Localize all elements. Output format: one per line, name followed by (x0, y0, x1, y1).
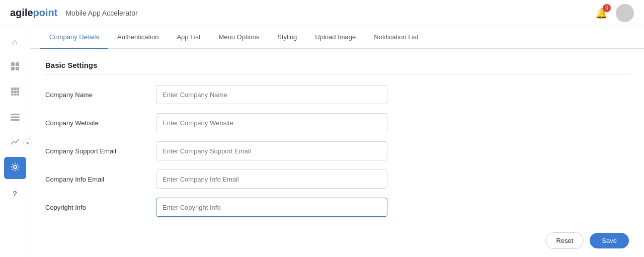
input-company-info-email[interactable] (156, 169, 387, 189)
label-company-info-email: Company Info Email (45, 176, 156, 183)
tab-notification-list[interactable]: Notification List (365, 26, 427, 49)
input-copyright-info[interactable] (156, 198, 387, 217)
form-row-copyright-info: Copyright Info (45, 198, 629, 217)
header-right: 🔔 0 (595, 4, 634, 22)
svg-rect-5 (14, 88, 17, 90)
tab-authentication[interactable]: Authentication (108, 26, 168, 49)
tab-menu-options[interactable]: Menu Options (209, 26, 268, 49)
settings-icon (11, 162, 20, 174)
svg-rect-15 (11, 119, 20, 121)
save-button[interactable]: Save (590, 233, 629, 248)
avatar[interactable] (616, 4, 634, 22)
sidebar-item-dashboard[interactable] (4, 56, 26, 78)
logo: agilepoint (10, 7, 57, 19)
reset-button[interactable]: Reset (545, 232, 584, 249)
sidebar-item-help[interactable]: ? (4, 182, 26, 204)
label-company-support-email: Company Support Email (45, 147, 156, 155)
tab-upload-image[interactable]: Upload Image (306, 26, 365, 49)
notification-bell[interactable]: 🔔 0 (595, 7, 608, 19)
svg-rect-9 (17, 91, 19, 93)
section-title: Basic Settings (45, 61, 629, 75)
label-company-website: Company Website (45, 119, 156, 127)
header: agilepoint Mobile App Accelerator 🔔 0 (0, 0, 644, 26)
grid-icon (11, 87, 20, 99)
svg-rect-14 (11, 116, 20, 118)
list-icon (11, 113, 20, 123)
content-area: Basic Settings Company Name Company Webs… (30, 49, 644, 238)
svg-rect-6 (17, 88, 19, 90)
home-icon: ⌂ (12, 37, 18, 48)
form-row-company-info-email: Company Info Email (45, 169, 629, 189)
sidebar-item-analytics[interactable]: > (4, 132, 26, 154)
svg-rect-2 (11, 67, 15, 70)
tab-styling[interactable]: Styling (268, 26, 306, 49)
app-title: Mobile App Accelerator (65, 9, 137, 17)
svg-rect-13 (11, 114, 20, 115)
input-company-support-email[interactable] (156, 141, 387, 160)
analytics-icon (11, 137, 20, 149)
sidebar-item-settings[interactable] (4, 157, 26, 179)
help-icon: ? (13, 189, 17, 198)
sidebar-item-home[interactable]: ⌂ (4, 31, 26, 53)
tab-app-list[interactable]: App List (168, 26, 209, 49)
tab-company-details[interactable]: Company Details (40, 26, 108, 49)
label-company-name: Company Name (45, 91, 156, 99)
svg-rect-1 (16, 62, 19, 66)
svg-point-16 (14, 165, 17, 168)
input-company-website[interactable] (156, 113, 387, 132)
form-row-company-website: Company Website (45, 113, 629, 132)
svg-rect-12 (17, 94, 19, 96)
svg-rect-11 (14, 94, 17, 96)
sidebar: ⌂ (0, 26, 30, 257)
sidebar-item-list[interactable] (4, 107, 26, 129)
label-copyright-info: Copyright Info (45, 204, 156, 211)
svg-rect-10 (11, 94, 14, 96)
tabs-bar: Company Details Authentication App List … (30, 26, 644, 49)
sidebar-collapse-toggle[interactable]: > (23, 138, 32, 147)
form-row-company-support-email: Company Support Email (45, 141, 629, 160)
svg-rect-4 (11, 88, 14, 90)
dashboard-icon (11, 62, 20, 73)
svg-rect-3 (16, 67, 19, 70)
logo-area: agilepoint Mobile App Accelerator (10, 7, 138, 19)
main-panel: Company Details Authentication App List … (30, 26, 644, 257)
svg-rect-8 (14, 91, 17, 93)
input-company-name[interactable] (156, 85, 387, 104)
footer-actions: Reset Save (60, 224, 644, 257)
form-row-company-name: Company Name (45, 85, 629, 104)
sidebar-item-grid[interactable] (4, 81, 26, 104)
svg-rect-0 (11, 62, 15, 66)
svg-rect-7 (11, 91, 14, 93)
layout: ⌂ (0, 26, 644, 257)
notification-badge: 0 (603, 4, 611, 12)
